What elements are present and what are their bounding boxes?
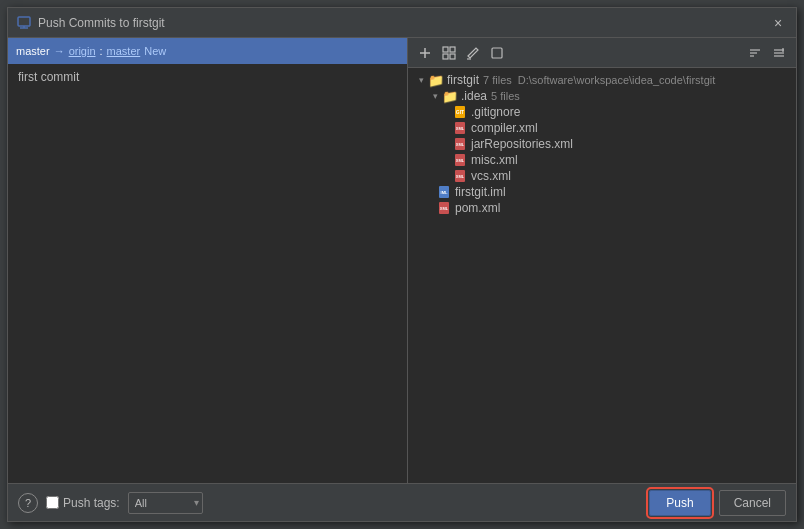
tree-row-jar[interactable]: XML jarRepositories.xml bbox=[408, 136, 796, 152]
push-button[interactable]: Push bbox=[649, 490, 710, 516]
folder-icon-root: 📁 bbox=[428, 73, 444, 87]
svg-text:XML: XML bbox=[456, 174, 465, 179]
tree-row-pom[interactable]: XML pom.xml bbox=[408, 200, 796, 216]
root-file-count: 7 files bbox=[483, 74, 512, 86]
push-tags-wrapper: Push tags: bbox=[46, 496, 120, 510]
file-icon-misc: XML bbox=[452, 153, 468, 167]
cancel-button[interactable]: Cancel bbox=[719, 490, 786, 516]
root-path: D:\software\workspace\idea_code\firstgit bbox=[518, 74, 715, 86]
new-badge: New bbox=[144, 45, 166, 57]
svg-rect-7 bbox=[443, 54, 448, 59]
file-name-misc: misc.xml bbox=[471, 153, 518, 167]
svg-text:XML: XML bbox=[440, 206, 449, 211]
remote-branch-label[interactable]: master bbox=[107, 45, 141, 57]
svg-rect-8 bbox=[450, 54, 455, 59]
file-name-vcs: vcs.xml bbox=[471, 169, 511, 183]
branch-header: master → origin : master New bbox=[8, 38, 407, 64]
svg-text:XML: XML bbox=[456, 158, 465, 163]
help-label: ? bbox=[25, 497, 31, 509]
file-icon-pom: XML bbox=[436, 201, 452, 215]
all-tags-select-wrapper: All None Annotated bbox=[128, 492, 203, 514]
dialog-icon bbox=[16, 15, 32, 31]
toolbar-left bbox=[414, 42, 508, 64]
tree-row-iml[interactable]: IML firstgit.iml bbox=[408, 184, 796, 200]
svg-text:XML: XML bbox=[456, 142, 465, 147]
file-tree: ▾ 📁 firstgit 7 files D:\software\workspa… bbox=[408, 68, 796, 483]
svg-rect-6 bbox=[450, 47, 455, 52]
tree-row-misc[interactable]: XML misc.xml bbox=[408, 152, 796, 168]
file-icon-vcs: XML bbox=[452, 169, 468, 183]
commit-message: first commit bbox=[18, 70, 79, 84]
separator: : bbox=[100, 45, 103, 57]
push-tags-label: Push tags: bbox=[63, 496, 120, 510]
svg-text:XML: XML bbox=[456, 126, 465, 131]
commit-item[interactable]: first commit bbox=[8, 66, 407, 88]
toolbar-right bbox=[744, 42, 790, 64]
svg-rect-5 bbox=[443, 47, 448, 52]
tree-row-gitignore[interactable]: GIT .gitignore bbox=[408, 104, 796, 120]
idea-folder-name: .idea bbox=[461, 89, 487, 103]
file-icon-iml: IML bbox=[436, 185, 452, 199]
settings-button[interactable] bbox=[768, 42, 790, 64]
svg-rect-10 bbox=[492, 48, 502, 58]
push-commits-dialog: Push Commits to firstgit × master → orig… bbox=[7, 7, 797, 522]
help-button[interactable]: ? bbox=[18, 493, 38, 513]
file-name-iml: firstgit.iml bbox=[455, 185, 506, 199]
svg-rect-0 bbox=[18, 17, 30, 26]
expand-arrow-idea: ▾ bbox=[428, 89, 442, 103]
add-button[interactable] bbox=[414, 42, 436, 64]
remote-label[interactable]: origin bbox=[69, 45, 96, 57]
folder-icon-idea: 📁 bbox=[442, 89, 458, 103]
title-bar: Push Commits to firstgit × bbox=[8, 8, 796, 38]
tree-row-root[interactable]: ▾ 📁 firstgit 7 files D:\software\workspa… bbox=[408, 72, 796, 88]
right-panel: ▾ 📁 firstgit 7 files D:\software\workspa… bbox=[408, 38, 796, 483]
left-panel: master → origin : master New first commi… bbox=[8, 38, 408, 483]
stop-button[interactable] bbox=[486, 42, 508, 64]
tree-row-idea[interactable]: ▾ 📁 .idea 5 files bbox=[408, 88, 796, 104]
grid-button[interactable] bbox=[438, 42, 460, 64]
file-name-compiler: compiler.xml bbox=[471, 121, 538, 135]
root-folder-name: firstgit bbox=[447, 73, 479, 87]
main-content: master → origin : master New first commi… bbox=[8, 38, 796, 483]
right-toolbar bbox=[408, 38, 796, 68]
expand-arrow-root: ▾ bbox=[414, 73, 428, 87]
all-tags-select[interactable]: All None Annotated bbox=[128, 492, 203, 514]
idea-file-count: 5 files bbox=[491, 90, 520, 102]
tree-row-vcs[interactable]: XML vcs.xml bbox=[408, 168, 796, 184]
sort-button[interactable] bbox=[744, 42, 766, 64]
file-name-gitignore: .gitignore bbox=[471, 105, 520, 119]
file-icon-gitignore: GIT bbox=[452, 105, 468, 119]
file-name-pom: pom.xml bbox=[455, 201, 500, 215]
svg-text:GIT: GIT bbox=[456, 109, 464, 115]
branch-arrow: → bbox=[54, 45, 65, 57]
close-button[interactable]: × bbox=[768, 13, 788, 33]
local-branch-label: master bbox=[16, 45, 50, 57]
edit-button[interactable] bbox=[462, 42, 484, 64]
tree-row-compiler[interactable]: XML compiler.xml bbox=[408, 120, 796, 136]
dialog-title: Push Commits to firstgit bbox=[38, 16, 768, 30]
file-icon-compiler: XML bbox=[452, 121, 468, 135]
svg-text:IML: IML bbox=[441, 190, 448, 195]
file-name-jar: jarRepositories.xml bbox=[471, 137, 573, 151]
push-tags-checkbox[interactable] bbox=[46, 496, 59, 509]
commit-list: first commit bbox=[8, 64, 407, 483]
bottom-bar: ? Push tags: All None Annotated Push Can… bbox=[8, 483, 796, 521]
file-icon-jar: XML bbox=[452, 137, 468, 151]
